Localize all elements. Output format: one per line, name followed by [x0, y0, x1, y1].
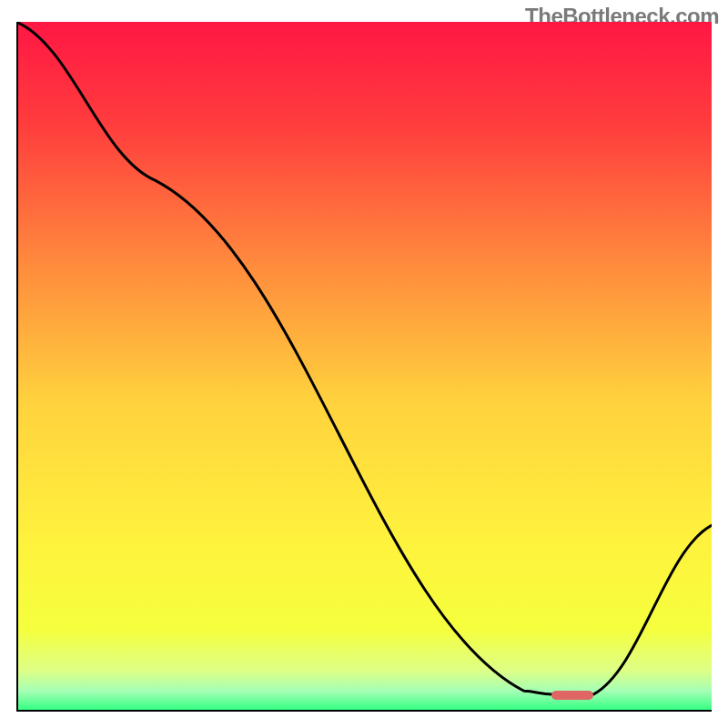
x-axis	[16, 710, 712, 712]
chart-plot-area	[16, 22, 712, 712]
optimum-marker	[551, 691, 593, 700]
bottleneck-curve	[16, 22, 712, 712]
y-axis	[16, 22, 18, 712]
